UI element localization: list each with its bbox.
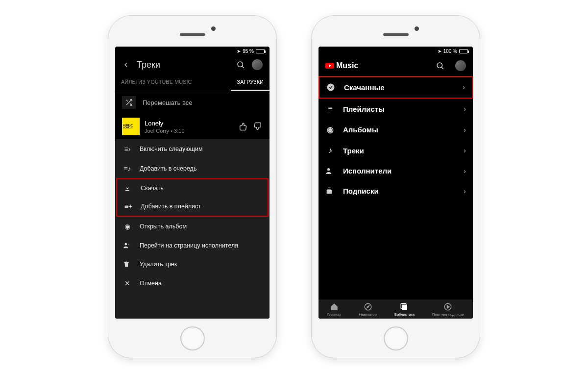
phone-left: ➤ 95 % Треки АЙЛЫ ИЗ YOUTUBE MUSIC ЗАГРУ… [108,15,277,358]
home-button[interactable] [384,326,408,351]
library-label: Альбомы [343,125,456,134]
svg-rect-11 [327,189,331,189]
queue-icon: ≡♪ [123,165,132,173]
nav-label: Библиотека [394,312,415,317]
battery-text: 95 % [243,49,254,54]
action-play-next[interactable]: ≡› Включить следующим [115,139,270,159]
chevron-right-icon: › [464,167,466,175]
action-add-playlist[interactable]: ≡+ Добавить в плейлист [117,197,268,216]
tab-downloads[interactable]: ЗАГРУЗКИ [231,74,270,91]
back-icon[interactable] [122,61,130,69]
close-icon: ✕ [123,279,132,287]
track-actions [238,122,263,131]
avatar[interactable] [252,59,263,70]
phone-camera [415,26,419,31]
tab-youtube-music[interactable]: АЙЛЫ ИЗ YOUTUBE MUSIC [115,74,231,91]
nav-label: Платные подписки [432,312,464,317]
trash-icon [123,261,132,268]
action-download[interactable]: Скачать [117,179,268,197]
home-button[interactable] [180,326,205,351]
library-downloaded[interactable]: Скачанные › [318,76,473,99]
svg-point-9 [327,168,330,171]
play-next-icon: ≡› [123,145,132,153]
artist-icon [123,242,132,249]
action-cancel[interactable]: ✕ Отмена [115,274,270,293]
logo-text: Music [336,61,358,70]
library-list: Скачанные › ≡ Плейлисты › ◉ Альбомы › ♪ … [318,76,473,201]
svg-rect-12 [328,188,330,188]
thumb-up-icon[interactable] [254,122,263,131]
thumb-down-icon[interactable] [238,122,247,131]
nav-explore[interactable]: Навигатор [359,302,377,317]
nav-library[interactable]: Библиотека [394,302,415,317]
action-label: Включить следующим [140,146,203,152]
library-label: Скачанные [344,83,455,92]
action-sheet: ≡› Включить следующим ≡♪ Добавить в очер… [115,139,270,318]
chevron-right-icon: › [464,187,466,195]
svg-point-5 [125,243,127,246]
highlighted-actions: Скачать ≡+ Добавить в плейлист [116,178,269,217]
action-label: Перейти на страницу исполнителя [140,242,238,249]
action-label: Удалить трек [140,261,177,268]
library-icon [400,302,409,311]
library-artists[interactable]: Исполнители › [318,161,473,181]
bottom-nav: Главная Навигатор Библиотека Платные под… [318,299,473,319]
phone-speaker [383,33,409,36]
nav-paid[interactable]: Платные подписки [432,302,464,317]
note-icon: ♪ [325,146,335,155]
library-subscriptions[interactable]: Подписки › [318,181,473,201]
search-icon[interactable] [436,61,444,70]
svg-line-1 [242,67,244,68]
ym-header: Music [318,55,473,76]
track-artist-line: Joel Corry • 3:10 [145,128,233,134]
album-art: LONELY LONELY [122,118,140,135]
svg-marker-14 [367,305,369,308]
playlist-icon: ≡ [325,104,335,113]
library-label: Исполнители [343,167,456,175]
status-bar: ➤ 95 % [115,47,270,55]
library-tracks[interactable]: ♪ Треки › [318,140,473,161]
subscriptions-icon [325,187,335,195]
shuffle-icon [122,96,136,109]
page-title: Треки [137,60,229,70]
phone-right: ➤ 100 % Music Скачанные › [311,15,480,358]
search-icon[interactable] [236,60,245,69]
action-label: Скачать [141,185,164,192]
library-playlists[interactable]: ≡ Плейлисты › [318,99,473,119]
library-label: Треки [343,147,456,155]
library-label: Плейлисты [343,105,456,113]
action-label: Отмена [140,280,162,287]
album-icon: ◉ [123,223,132,230]
header: Треки [115,55,270,74]
playlist-add-icon: ≡+ [124,202,133,210]
youtube-play-icon [325,63,334,69]
chevron-right-icon: › [464,126,466,134]
avatar[interactable] [455,60,466,71]
nav-home[interactable]: Главная [327,302,342,317]
svg-line-7 [441,68,443,69]
track-meta: Lonely Joel Corry • 3:10 [145,120,233,134]
action-delete[interactable]: Удалить трек [115,255,270,274]
phone-camera [211,26,216,31]
svg-point-6 [437,63,442,68]
svg-rect-10 [327,190,332,194]
youtube-music-logo[interactable]: Music [325,61,358,70]
action-label: Добавить в плейлист [141,203,201,210]
action-go-artist[interactable]: Перейти на страницу исполнителя [115,236,270,255]
album-icon: ◉ [325,125,335,134]
shuffle-row[interactable]: Перемешать все [115,91,270,114]
action-add-queue[interactable]: ≡♪ Добавить в очередь [115,159,270,178]
nav-label: Навигатор [359,312,377,317]
chevron-right-icon: › [464,105,466,113]
artist-icon [325,167,335,175]
action-label: Открыть альбом [140,223,187,230]
download-icon [124,185,133,192]
battery-icon [256,49,265,53]
track-row[interactable]: LONELY LONELY Lonely Joel Corry • 3:10 [115,114,270,139]
svg-point-8 [327,84,335,91]
track-name: Lonely [145,120,233,127]
library-albums[interactable]: ◉ Альбомы › [318,119,473,140]
svg-line-4 [126,100,128,101]
action-open-album[interactable]: ◉ Открыть альбом [115,217,270,236]
phone-speaker [180,33,205,36]
